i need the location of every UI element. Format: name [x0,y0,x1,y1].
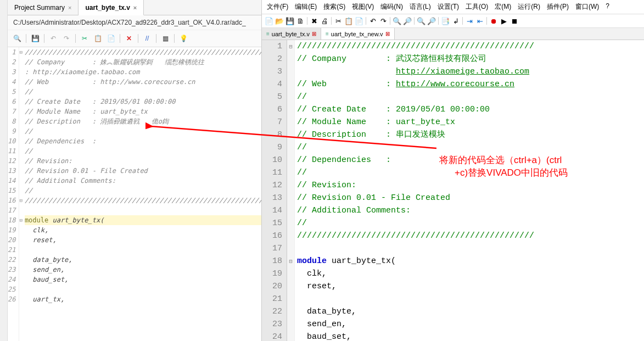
left-gutter-strip [0,0,8,341]
menu-item[interactable]: 插件(P) [544,1,572,13]
right-code-editor[interactable]: 123456789101112131415161718192021222324 … [262,40,644,341]
redo-icon[interactable]: ↷ [378,16,388,26]
code-body[interactable]: ////////////////////////////////////////… [23,47,261,341]
line-numbers: 123456789101112131415161718192021222324 [262,40,287,341]
cut-icon[interactable]: ✂ [79,32,91,44]
close-icon[interactable]: × [133,4,137,11]
menu-item[interactable]: 文件(F) [264,1,291,13]
vivado-editor-pane: Project Summary× uart_byte_tx.v× C:/User… [8,0,262,341]
macro-stop-icon[interactable]: ⏹ [509,16,519,26]
paste-icon[interactable]: 📄 [354,16,364,26]
open-icon[interactable]: 📂 [275,16,284,26]
print-icon[interactable]: 🖨 [320,16,329,26]
file-icon: ≡ [266,31,270,37]
indent-icon[interactable]: ⇥ [464,16,474,26]
delete-icon[interactable]: ✕ [123,32,135,44]
left-tab-bar: Project Summary× uart_byte_tx.v× [8,0,261,15]
close-icon[interactable]: ✖ [309,16,319,26]
bulb-icon[interactable]: 💡 [177,32,189,44]
rtab-old[interactable]: ≡uart_byte_tx.v⊠ [262,28,321,40]
copy-icon[interactable]: 📋 [344,16,354,26]
close-icon[interactable]: ⊠ [312,31,316,37]
zoom-in-icon[interactable]: 🔍 [416,16,426,26]
right-tab-bar: ≡uart_byte_tx.v⊠ ≡uart_byte_tx_new.v⊠ [262,28,644,40]
zoom-out-icon[interactable]: 🔎 [427,16,436,26]
wrap-icon[interactable]: ↲ [451,16,461,26]
code-body[interactable]: ////////////////////////////////////////… [295,40,644,341]
menu-item[interactable]: 语言(L) [407,1,434,13]
macro-rec-icon[interactable]: ⏺ [489,16,499,26]
menu-bar: 文件(F)编辑(E)搜索(S)视图(V)编码(N)语言(L)设置(T)工具(O)… [262,0,644,14]
comment-icon[interactable]: // [141,32,153,44]
right-toolbar: 📄 📂 💾 🗎 ✖ 🖨 ✂ 📋 📄 ↶ ↷ 🔍 🔎 🔍 🔎 📑 ↲ ⇥ [262,14,644,28]
replace-icon[interactable]: 🔎 [402,16,412,26]
macro-play-icon[interactable]: ▶ [499,16,509,26]
tab-project-summary[interactable]: Project Summary× [8,0,79,15]
saveall-icon[interactable]: 🗎 [295,16,305,26]
menu-item[interactable]: 视图(V) [349,1,377,13]
close-icon[interactable]: ⊠ [385,31,390,37]
undo-icon[interactable]: ↶ [368,16,378,26]
fold-column: ⊟⊟ [287,40,295,341]
pilcrow-icon[interactable]: 📑 [440,16,450,26]
paste-icon[interactable]: 📄 [105,32,117,44]
menu-item[interactable]: 搜索(S) [321,1,348,13]
menu-item[interactable]: 窗口(W) [573,1,602,13]
redo-icon[interactable]: ↷ [60,32,72,44]
file-path: C:/Users/Administrator/Desktop/ACX720_ad… [8,15,261,30]
line-numbers: 1234567891011121314151617181920212223242… [8,47,19,341]
outdent-icon[interactable]: ⇤ [475,16,485,26]
left-toolbar: 🔍 💾 ↶ ↷ ✂ 📋 📄 ✕ // ▦ 💡 [8,30,261,47]
menu-item[interactable]: 宏(M) [492,1,514,13]
save-icon[interactable]: 💾 [29,32,41,44]
rtab-new[interactable]: ≡uart_byte_tx_new.v⊠ [321,28,395,40]
copy-icon[interactable]: 📋 [92,32,104,44]
new-icon[interactable]: 📄 [264,16,274,26]
close-icon[interactable]: × [68,4,71,11]
search-icon[interactable]: 🔍 [11,32,23,44]
notepad-pane: 文件(F)编辑(E)搜索(S)视图(V)编码(N)语言(L)设置(T)工具(O)… [262,0,644,341]
menu-item[interactable]: 编码(N) [378,1,406,13]
undo-icon[interactable]: ↶ [47,32,59,44]
menu-item[interactable]: 设置(T) [435,1,462,13]
cut-icon[interactable]: ✂ [333,16,343,26]
file-icon: ≡ [326,31,329,37]
menu-item[interactable]: 编辑(E) [292,1,320,13]
menu-item[interactable]: 工具(O) [463,1,491,13]
save-icon[interactable]: 💾 [285,16,295,26]
menu-item[interactable]: 运行(R) [515,1,543,13]
find-icon[interactable]: 🔍 [392,16,402,26]
tab-uart-byte-tx[interactable]: uart_byte_tx.v× [79,0,144,15]
columns-icon[interactable]: ▦ [159,32,171,44]
left-code-editor[interactable]: 1234567891011121314151617181920212223242… [8,47,261,341]
menu-item[interactable]: ? [603,1,612,13]
